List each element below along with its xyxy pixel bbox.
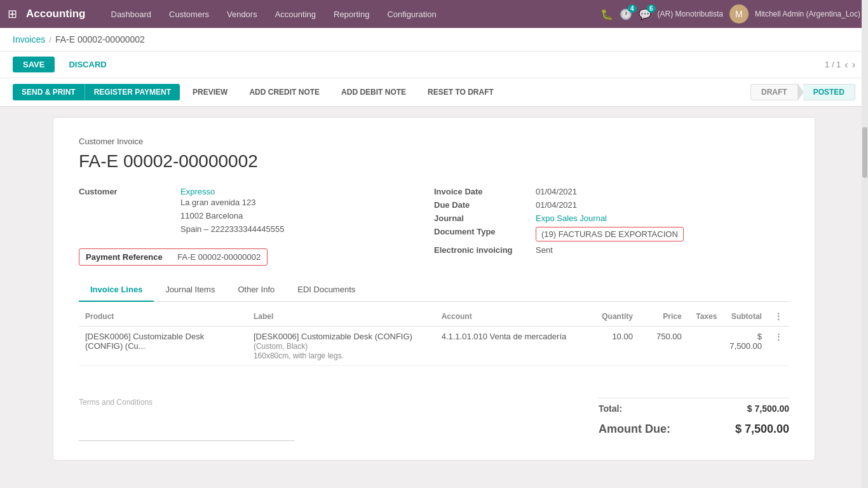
invoice-number: FA-E 00002-00000002 <box>79 151 789 172</box>
status-draft-badge: DRAFT <box>750 84 798 100</box>
col-header-quantity: Quantity <box>583 307 639 327</box>
table-row: [DESK0006] Customizable Desk (CONFIG) (C… <box>79 327 789 366</box>
next-record-button[interactable]: › <box>852 59 855 71</box>
breadcrumb-parent[interactable]: Invoices <box>13 34 45 44</box>
row-label: [DESK0006] Customizable Desk (CONFIG) (C… <box>247 327 435 366</box>
customer-info: Expresso La gran avenida 123 11002 Barce… <box>180 187 284 236</box>
document-type-row: Document Type (19) FACTURAS DE EXPORTACI… <box>434 227 789 241</box>
col-header-taxes: Taxes <box>688 307 724 327</box>
invoice-type-label: Customer Invoice <box>79 137 789 146</box>
pagination: 1 / 1 ‹ › <box>825 59 855 71</box>
meta-left: Customer Expresso La gran avenida 123 11… <box>79 187 434 266</box>
add-debit-note-button[interactable]: ADD DEBIT NOTE <box>332 84 415 100</box>
menu-reporting[interactable]: Reporting <box>326 6 377 23</box>
row-subtotal: $ 7,500.00 <box>723 327 768 366</box>
journal-label: Journal <box>434 214 536 223</box>
action-bar: SAVE DISCARD 1 / 1 ‹ › <box>0 51 868 78</box>
activity-icon[interactable]: 🕐 4 <box>620 8 632 20</box>
topnav-right: 🐛 🕐 4 💬 6 (AR) Monotributista M Mitchell… <box>600 4 860 24</box>
pagination-text: 1 / 1 <box>825 60 841 69</box>
payment-reference-value: FA-E 00002-00000002 <box>177 252 261 262</box>
invoice-date-value: 01/04/2021 <box>536 187 577 196</box>
row-taxes <box>688 327 724 366</box>
electronic-invoicing-value: Sent <box>536 245 553 255</box>
total-label: Total: <box>599 403 622 414</box>
customer-name[interactable]: Expresso <box>180 187 284 196</box>
col-header-more: ⋮ <box>768 307 789 327</box>
total-row: Total: $ 7,500.00 <box>599 398 789 416</box>
tab-journal-items[interactable]: Journal Items <box>154 278 226 302</box>
breadcrumb-separator: / <box>49 35 51 44</box>
amount-due-row: Amount Due: $ 7,500.00 <box>599 420 789 438</box>
scroll-thumb <box>862 127 867 178</box>
menu-customers[interactable]: Customers <box>161 6 217 23</box>
customer-address-3: Spain – 2222333344445555 <box>180 223 284 236</box>
save-button[interactable]: SAVE <box>13 57 55 72</box>
customer-label: Customer <box>79 187 180 196</box>
apps-menu-icon[interactable]: ⊞ <box>8 7 17 21</box>
invoice-date-label: Invoice Date <box>434 187 536 196</box>
menu-accounting[interactable]: Accounting <box>268 6 323 23</box>
discard-button[interactable]: DISCARD <box>61 57 114 72</box>
reset-to-draft-button[interactable]: RESET TO DRAFT <box>419 84 503 100</box>
top-navigation: ⊞ Accounting Dashboard Customers Vendors… <box>0 0 868 28</box>
terms-label: Terms and Conditions <box>79 398 295 407</box>
send-print-button[interactable]: SEND & PRINT <box>13 84 85 100</box>
menu-vendors[interactable]: Vendors <box>219 6 265 23</box>
add-credit-note-button[interactable]: ADD CREDIT NOTE <box>240 84 329 100</box>
customer-address-1: La gran avenida 123 <box>180 196 284 210</box>
row-product: [DESK0006] Customizable Desk (CONFIG) (C… <box>79 327 247 366</box>
due-date-label: Due Date <box>434 200 536 210</box>
due-date-row: Due Date 01/04/2021 <box>434 200 789 210</box>
tab-other-info[interactable]: Other Info <box>226 278 286 302</box>
total-value: $ 7,500.00 <box>747 403 789 414</box>
register-payment-button[interactable]: REGISTER PAYMENT <box>85 84 180 100</box>
col-header-subtotal: Subtotal <box>723 307 768 327</box>
invoice-date-row: Invoice Date 01/04/2021 <box>434 187 789 196</box>
row-label-line1: [DESK0006] Customizable Desk (CONFIG) <box>254 332 412 341</box>
tab-invoice-lines[interactable]: Invoice Lines <box>79 278 154 302</box>
amount-due-label: Amount Due: <box>599 423 670 436</box>
terms-section: Terms and Conditions <box>79 398 295 441</box>
button-toolbar: SEND & PRINT REGISTER PAYMENT PREVIEW AD… <box>0 78 868 107</box>
row-account: 4.1.1.01.010 Venta de mercadería <box>435 327 584 366</box>
payment-reference-label: Payment Reference <box>86 252 163 262</box>
col-header-label: Label <box>247 307 435 327</box>
invoice-card: Customer Invoice FA-E 00002-00000002 Cus… <box>53 117 815 461</box>
main-menu: Dashboard Customers Vendors Accounting R… <box>104 6 600 23</box>
user-name: Mitchell Admin (Argentina_Loc) <box>755 10 860 18</box>
menu-dashboard[interactable]: Dashboard <box>104 6 159 23</box>
scrollbar[interactable] <box>862 0 868 471</box>
col-header-price: Price <box>639 307 688 327</box>
preview-button[interactable]: PREVIEW <box>184 84 236 100</box>
prev-record-button[interactable]: ‹ <box>844 59 848 71</box>
main-content: Customer Invoice FA-E 00002-00000002 Cus… <box>0 107 868 471</box>
totals-section: Total: $ 7,500.00 Amount Due: $ 7,500.00 <box>599 398 789 438</box>
row-label-line3: 160x80cm, with large legs. <box>254 351 344 360</box>
amount-due-value: $ 7,500.00 <box>735 423 789 436</box>
menu-configuration[interactable]: Configuration <box>379 6 444 23</box>
status-badges: DRAFT POSTED <box>750 83 855 101</box>
document-type-box: (19) FACTURAS DE EXPORTACION <box>536 227 684 241</box>
tab-edi-documents[interactable]: EDI Documents <box>286 278 367 302</box>
row-quantity: 10.00 <box>583 327 639 366</box>
invoice-tabs: Invoice Lines Journal Items Other Info E… <box>79 278 789 302</box>
customer-row: Customer Expresso La gran avenida 123 11… <box>79 187 434 236</box>
breadcrumb-current: FA-E 00002-00000002 <box>55 34 145 44</box>
user-avatar[interactable]: M <box>729 4 749 24</box>
payment-reference-box: Payment Reference FA-E 00002-00000002 <box>79 248 268 266</box>
electronic-invoicing-row: Electronic invoicing Sent <box>434 245 789 255</box>
row-more-icon[interactable]: ⋮ <box>768 327 789 366</box>
message-icon[interactable]: 💬 6 <box>639 8 651 20</box>
journal-value[interactable]: Expo Sales Journal <box>536 214 607 223</box>
bug-icon[interactable]: 🐛 <box>600 8 613 20</box>
document-type-label: Document Type <box>434 227 536 236</box>
message-badge: 6 <box>647 4 656 13</box>
terms-input[interactable] <box>79 409 295 441</box>
invoice-lines-table: Product Label Account Quantity Price Tax… <box>79 307 789 366</box>
customer-address-2: 11002 Barcelona <box>180 210 284 223</box>
journal-row: Journal Expo Sales Journal <box>434 214 789 223</box>
col-header-product: Product <box>79 307 247 327</box>
brand-name: Accounting <box>26 8 86 20</box>
document-type-value: (19) FACTURAS DE EXPORTACION <box>541 229 678 239</box>
